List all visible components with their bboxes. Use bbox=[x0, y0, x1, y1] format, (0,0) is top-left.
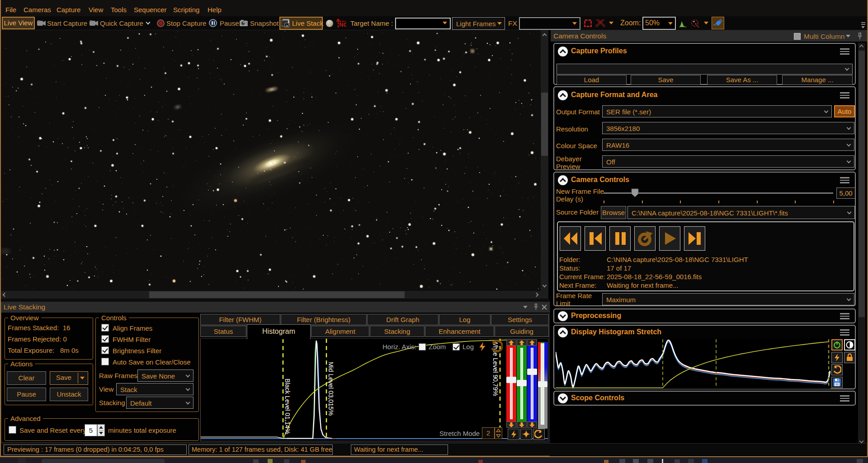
svg-text:a: a bbox=[286, 23, 288, 28]
svg-text:NG: NG bbox=[339, 21, 346, 28]
